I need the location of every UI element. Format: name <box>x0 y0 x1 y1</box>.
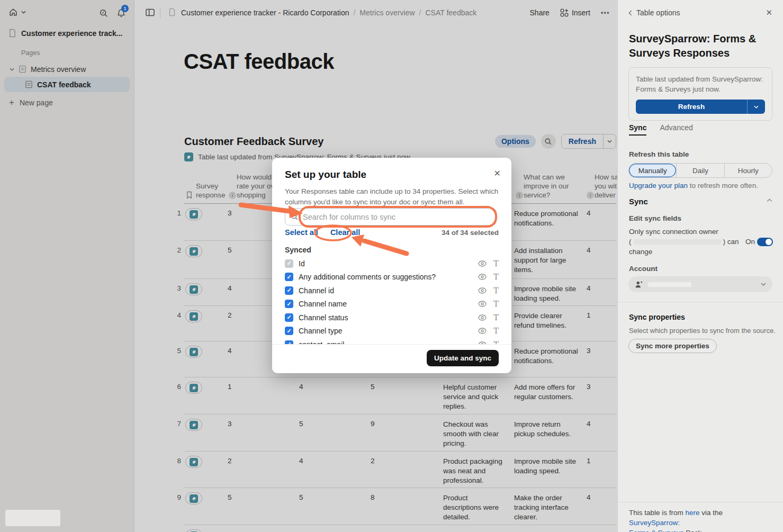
modal-description: Your Responses table can include up to 3… <box>285 186 498 208</box>
segment-daily[interactable]: Daily <box>676 164 724 177</box>
panel-tabs: Sync Advanced <box>629 123 693 132</box>
panel-header-label: Table options <box>636 8 680 17</box>
redaction-patch <box>5 510 60 526</box>
sync-column-row: ✓ Channel status T <box>285 311 499 324</box>
selected-count: 34 of 34 selected <box>442 229 499 237</box>
text-type-icon: T <box>493 272 499 282</box>
account-select[interactable] <box>628 276 772 292</box>
sync-more-properties-button[interactable]: Sync more properties <box>628 339 717 353</box>
tab-advanced[interactable]: Advanced <box>660 123 692 132</box>
owner-permission-setting: Only sync connection owner ( ) can On ch… <box>629 227 773 257</box>
text-type-icon: T <box>493 326 499 336</box>
update-and-sync-button[interactable]: Update and sync <box>427 350 499 366</box>
redacted-account-email <box>648 282 691 287</box>
edit-sync-fields-label: Edit sync fields <box>629 214 681 222</box>
sync-column-row: ✓ Channel type T <box>285 324 499 338</box>
sync-column-row: ✓ Channel name T <box>285 297 499 311</box>
column-label: Channel name <box>299 300 473 308</box>
visibility-eye-icon[interactable] <box>478 260 487 267</box>
modal-footer: Update and sync <box>272 344 511 373</box>
column-label: Channel id <box>299 286 473 295</box>
sync-column-row: ✓ Channel id T <box>285 284 499 297</box>
text-type-icon: T <box>493 286 499 295</box>
chevron-down-icon[interactable] <box>747 100 765 114</box>
column-checkbox[interactable]: ✓ <box>285 327 293 335</box>
refresh-frequency-segmented: Manually Daily Hourly <box>628 163 772 178</box>
setup-table-modal: Set up your table ✕ Your Responses table… <box>272 158 511 373</box>
column-checkbox[interactable]: ✓ <box>285 259 293 268</box>
sync-column-row: ✓ Any additional comments or suggestions… <box>285 270 499 284</box>
sync-section-label: Sync <box>629 197 648 206</box>
table-options-panel: Table options ✕ SurveySparrow: Forms & S… <box>617 0 783 532</box>
column-label: Any additional comments or suggestions? <box>299 273 473 281</box>
pack-table-title: SurveySparrow: Forms & Surveys Responses <box>629 32 764 60</box>
visibility-eye-icon[interactable] <box>478 301 487 307</box>
divider <box>618 302 783 302</box>
toggle-state-label: On <box>745 237 755 247</box>
collapse-section-button[interactable] <box>767 199 772 202</box>
search-icon <box>291 213 299 221</box>
close-icon[interactable]: ✕ <box>766 8 772 17</box>
modal-title: Set up your table <box>285 169 366 181</box>
back-chevron-icon[interactable] <box>628 10 632 16</box>
app-root: 1 Customer experience track... Pages Met… <box>0 0 783 532</box>
column-search-field[interactable] <box>285 208 497 226</box>
sync-properties-description: Select which properties to sync from the… <box>629 327 776 335</box>
sync-column-row: ✓ Id T <box>285 257 499 270</box>
text-type-icon: T <box>493 299 499 309</box>
pack-attribution: This table is from here via the SurveySp… <box>618 502 783 532</box>
column-label: Channel status <box>299 313 473 322</box>
upgrade-plan-link[interactable]: Upgrade your plan <box>629 182 688 190</box>
owner-only-toggle[interactable] <box>757 238 773 246</box>
chevron-down-icon <box>761 283 766 286</box>
chevron-up-icon <box>767 199 772 202</box>
column-checkbox[interactable]: ✓ <box>285 286 293 295</box>
clear-all-link[interactable]: Clear all <box>330 228 360 237</box>
pack-link-line2[interactable]: Forms & Surveys <box>629 529 684 532</box>
column-label: Channel type <box>299 327 473 335</box>
visibility-eye-icon[interactable] <box>478 314 487 321</box>
visibility-eye-icon[interactable] <box>478 274 487 280</box>
sync-properties-label: Sync properties <box>629 313 685 321</box>
account-label: Account <box>629 265 658 273</box>
refresh-button[interactable]: Refresh <box>636 100 765 114</box>
segment-hourly[interactable]: Hourly <box>724 164 772 177</box>
column-checkbox[interactable]: ✓ <box>285 273 293 281</box>
visibility-eye-icon[interactable] <box>478 328 487 334</box>
synced-section-label: Synced <box>285 246 311 254</box>
redacted-owner-name <box>634 239 721 245</box>
text-type-icon: T <box>493 313 499 322</box>
refresh-card: Table last updated from SurveySparrow: F… <box>628 67 772 121</box>
tab-sync[interactable]: Sync <box>629 123 646 132</box>
here-link[interactable]: here <box>686 509 700 517</box>
column-checkbox[interactable]: ✓ <box>285 313 293 322</box>
account-person-icon <box>635 281 643 288</box>
pack-link[interactable]: SurveySparrow: <box>629 519 680 527</box>
column-label: Id <box>299 259 473 268</box>
select-all-link[interactable]: Select all <box>285 228 318 237</box>
segment-manually[interactable]: Manually <box>629 164 676 177</box>
visibility-eye-icon[interactable] <box>478 287 487 294</box>
search-input[interactable] <box>303 213 491 221</box>
column-checkbox[interactable]: ✓ <box>285 300 293 308</box>
text-type-icon: T <box>493 259 499 268</box>
close-icon[interactable]: ✕ <box>494 168 501 178</box>
refresh-this-table-label: Refresh this table <box>629 150 689 158</box>
